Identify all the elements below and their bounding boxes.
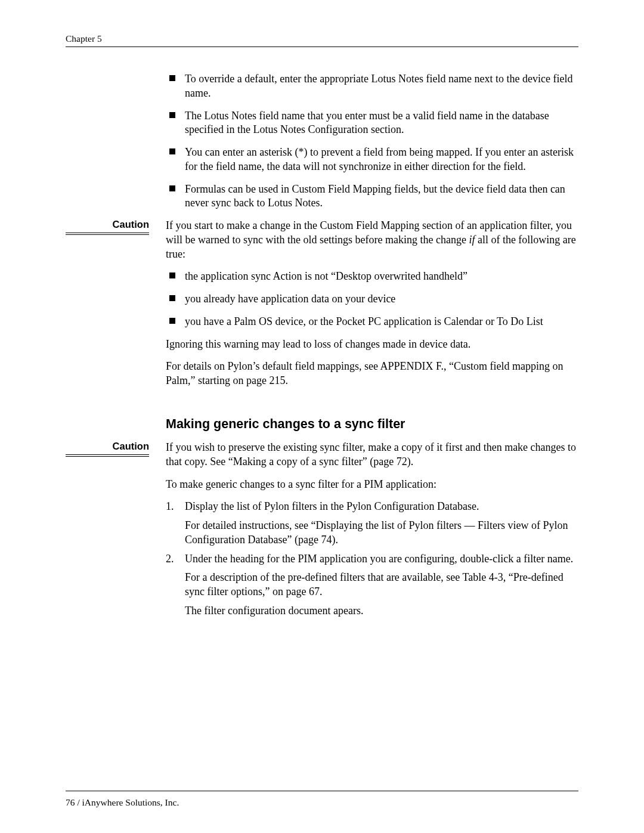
list-item: Formulas can be used in Custom Field Map… <box>166 182 578 211</box>
bullet-text: the application sync Action is not “Desk… <box>185 270 467 282</box>
caution-rule <box>66 454 149 457</box>
chapter-label: Chapter 5 <box>66 33 102 44</box>
caution-warning: Ignoring this warning may lead to loss o… <box>166 337 578 352</box>
caution-label: Caution <box>66 219 149 230</box>
list-item: The Lotus Notes field name that you ente… <box>166 109 578 138</box>
caution-reference: For details on Pylon’s default field map… <box>166 360 578 388</box>
caution-conditions: the application sync Action is not “Desk… <box>166 270 578 329</box>
step-2: Under the heading for the PIM applicatio… <box>166 552 578 618</box>
step-text: Display the list of Pylon filters in the… <box>185 500 479 512</box>
caution-intro-italic: if <box>469 234 475 246</box>
caution-label-block-2: Caution <box>66 441 166 457</box>
caution-label-block: Caution <box>66 219 166 235</box>
step-2-sub1: For a description of the pre-defined fil… <box>185 571 578 599</box>
caution-rule <box>66 233 149 235</box>
page-header: Chapter 5 <box>66 33 578 47</box>
list-item: You can enter an asterisk (*) to prevent… <box>166 145 578 174</box>
caution-intro: If you start to make a change in the Cus… <box>166 219 578 261</box>
footer-text: 76 / iAnywhere Solutions, Inc. <box>66 797 179 807</box>
bullet-text: Formulas can be used in Custom Field Map… <box>185 183 565 209</box>
step-2-sub2: The filter configuration document apears… <box>185 604 578 618</box>
list-item: the application sync Action is not “Desk… <box>166 270 578 284</box>
caution-2-text: If you wish to preserve the existing syn… <box>166 441 578 469</box>
field-mapping-bullets: To override a default, enter the appropr… <box>166 72 578 210</box>
bullet-text: you have a Palm OS device, or the Pocket… <box>185 315 543 327</box>
page-footer: 76 / iAnywhere Solutions, Inc. <box>66 791 578 808</box>
bullet-text: The Lotus Notes field name that you ente… <box>185 110 549 136</box>
bullet-text: You can enter an asterisk (*) to prevent… <box>185 146 574 172</box>
list-item: To override a default, enter the appropr… <box>166 72 578 101</box>
bullet-text: To override a default, enter the appropr… <box>185 73 573 99</box>
list-item: you have a Palm OS device, or the Pocket… <box>166 315 578 329</box>
section-intro: To make generic changes to a sync filter… <box>166 478 578 492</box>
step-1-sub: For detailed instructions, see “Displayi… <box>185 519 578 547</box>
procedure-steps: Display the list of Pylon filters in the… <box>166 500 578 618</box>
caution-label: Caution <box>66 441 149 452</box>
step-1: Display the list of Pylon filters in the… <box>166 500 578 547</box>
list-item: you already have application data on you… <box>166 292 578 306</box>
bullet-text: you already have application data on you… <box>185 293 395 305</box>
step-text: Under the heading for the PIM applicatio… <box>185 553 573 565</box>
section-heading-sync-filter: Making generic changes to a sync filter <box>166 416 578 432</box>
